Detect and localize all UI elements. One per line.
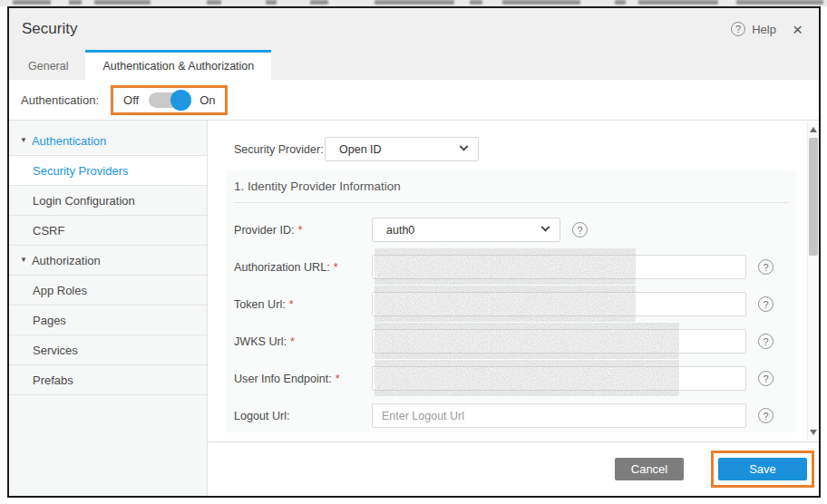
required-asterisk: * <box>290 335 295 348</box>
text-input[interactable] <box>372 255 746 279</box>
help-button[interactable]: ? Help <box>731 22 776 36</box>
required-asterisk: * <box>334 261 338 274</box>
required-asterisk: * <box>289 298 294 311</box>
redaction-blur <box>375 248 636 285</box>
redaction-blur <box>375 360 679 396</box>
dialog-footer: Cancel Save <box>208 441 819 496</box>
security-dialog: Security ? Help × GeneralAuthentication … <box>7 6 821 498</box>
field-label: Logout Url: <box>234 410 372 422</box>
sidebar-item-csrf[interactable]: CSRF <box>9 216 207 246</box>
save-highlight-box: Save <box>711 451 814 488</box>
toggle-off-label: Off <box>123 93 139 107</box>
authentication-toggle[interactable] <box>149 92 190 108</box>
sidebar-item-authorization[interactable]: ▼ Authorization <box>9 246 207 276</box>
text-input[interactable]: Enter Logout Url <box>372 403 746 428</box>
page-title: Security <box>22 20 731 38</box>
background-artifact <box>13 0 51 5</box>
field-help-icon[interactable]: ? <box>758 408 773 423</box>
background-artifact <box>736 0 823 5</box>
security-provider-value: Open ID <box>339 143 461 156</box>
select-value: auth0 <box>386 224 542 237</box>
background-artifact <box>638 0 718 5</box>
background-artifact <box>470 0 482 5</box>
form-fields: Provider ID: * auth0 ? Authorization URL… <box>234 203 796 428</box>
background-artifact <box>266 0 277 5</box>
identity-provider-panel: 1. Identity Provider Information Provide… <box>227 170 796 432</box>
content-column: Security Provider: Open ID 1. Identity P… <box>208 121 819 496</box>
field-control <box>372 366 746 391</box>
form-field-row: Logout Url: Enter Logout Url ? <box>234 403 796 428</box>
background-artifact <box>615 0 626 5</box>
tab-authentication-authorization[interactable]: Authentication & Authorization <box>85 50 271 80</box>
text-input[interactable] <box>372 329 746 354</box>
caret-down-icon: ▼ <box>20 137 27 144</box>
select-box[interactable]: auth0 <box>372 218 560 242</box>
form-field-row: JWKS Url: * ? <box>234 329 796 354</box>
field-help-icon[interactable]: ? <box>758 259 773 275</box>
background-artifact <box>310 0 328 5</box>
sidebar: ▼ Authentication Security ProvidersLogin… <box>9 121 208 496</box>
authentication-toggle-label: Authentication: <box>21 93 99 107</box>
sidebar-item-services[interactable]: Services <box>9 335 207 365</box>
sidebar-item-pages[interactable]: Pages <box>9 305 207 335</box>
scroll-up-arrow-icon[interactable] <box>810 127 817 132</box>
scroll-down-arrow-icon[interactable] <box>810 430 817 435</box>
background-artifact <box>502 0 580 5</box>
toggle-highlight-box: Off On <box>111 85 228 115</box>
form-field-row: Provider ID: * auth0 ? <box>234 218 796 242</box>
field-help-icon[interactable]: ? <box>572 222 588 237</box>
caret-down-icon: ▼ <box>20 257 27 264</box>
save-button[interactable]: Save <box>718 458 807 480</box>
field-control: auth0 <box>372 218 560 242</box>
security-provider-select[interactable]: Open ID <box>325 137 479 161</box>
scrollbar <box>807 122 819 440</box>
authentication-toggle-row: Authentication: Off On <box>9 80 819 121</box>
content-area: Security Provider: Open ID 1. Identity P… <box>208 121 819 441</box>
field-label: Provider ID: * <box>234 224 372 237</box>
text-input[interactable] <box>372 366 746 391</box>
form-field-row: User Info Endpoint: * ? <box>234 366 796 391</box>
background-artifact <box>207 0 221 5</box>
sidebar-item-authentication[interactable]: ▼ Authentication <box>9 126 207 156</box>
security-provider-label: Security Provider: <box>234 143 325 156</box>
toggle-on-label: On <box>199 93 215 107</box>
background-artifact <box>375 0 454 5</box>
section-title: 1. Identity Provider Information <box>234 179 796 193</box>
field-control <box>372 255 746 279</box>
field-help-icon[interactable]: ? <box>758 371 773 386</box>
field-label: Token Url: * <box>234 298 372 311</box>
sidebar-item-security-providers[interactable]: Security Providers <box>9 156 207 186</box>
field-label: Authorization URL: * <box>234 261 372 274</box>
text-input[interactable] <box>372 292 746 316</box>
field-control <box>372 292 746 316</box>
field-label: JWKS Url: * <box>234 335 372 348</box>
background-page-strip <box>0 0 827 6</box>
security-provider-row: Security Provider: Open ID <box>234 137 819 161</box>
close-icon[interactable]: × <box>793 21 803 38</box>
cancel-button[interactable]: Cancel <box>615 458 684 480</box>
form-field-row: Authorization URL: * ? <box>234 255 796 279</box>
chevron-down-icon <box>541 223 550 232</box>
required-asterisk: * <box>298 224 303 237</box>
tab-general[interactable]: General <box>11 50 85 80</box>
scrollbar-thumb[interactable] <box>809 138 818 256</box>
field-help-icon[interactable]: ? <box>758 296 773 312</box>
chevron-down-icon <box>460 142 469 151</box>
field-control <box>372 329 746 354</box>
dialog-body: ▼ Authentication Security ProvidersLogin… <box>9 121 819 496</box>
tab-bar: GeneralAuthentication & Authorization <box>9 50 819 80</box>
help-icon: ? <box>731 22 745 36</box>
field-control: Enter Logout Url <box>372 403 746 428</box>
redaction-blur <box>375 286 636 322</box>
help-label: Help <box>752 23 776 36</box>
sidebar-item-app-roles[interactable]: App Roles <box>9 276 207 305</box>
sidebar-item-login-configuration[interactable]: Login Configuration <box>9 186 207 216</box>
sidebar-item-prefabs[interactable]: Prefabs <box>9 365 207 395</box>
background-artifact <box>69 0 82 5</box>
field-help-icon[interactable]: ? <box>758 334 773 349</box>
form-field-row: Token Url: * ? <box>234 292 796 316</box>
toggle-knob <box>170 90 191 111</box>
required-asterisk: * <box>336 373 340 385</box>
background-artifact <box>94 0 151 5</box>
dialog-header: Security ? Help × <box>9 8 819 50</box>
